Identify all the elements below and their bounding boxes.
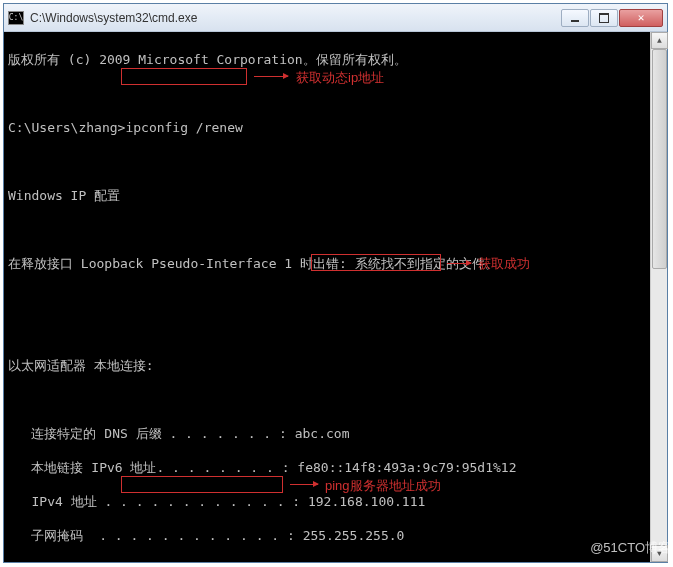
loopback-error: 在释放接口 Loopback Pseudo-Interface 1 时出错: 系…: [8, 255, 663, 272]
ipv4-value: 192.168.100.111: [308, 494, 425, 509]
close-button[interactable]: [619, 9, 663, 27]
prompt: C:\Users\zhang>: [8, 120, 125, 135]
arrow-icon: [254, 76, 288, 77]
titlebar[interactable]: C:\ C:\Windows\system32\cmd.exe: [4, 4, 667, 32]
terminal-output[interactable]: 版权所有 (c) 2009 Microsoft Corporation。保留所有…: [4, 32, 667, 562]
annotation-dynamic-ip: 获取动态ip地址: [296, 69, 384, 86]
ipv4-label: IPv4 地址 . . . . . . . . . . . . :: [8, 494, 308, 509]
ipconfig-header: Windows IP 配置: [8, 187, 663, 204]
scrollbar[interactable]: ▲ ▼: [650, 32, 667, 562]
scroll-thumb[interactable]: [652, 49, 667, 269]
highlight-ping: [121, 476, 283, 493]
dns-suffix-value: abc.com: [295, 426, 350, 441]
arrow-icon: [290, 484, 318, 485]
maximize-button[interactable]: [590, 9, 618, 27]
cmd-window: C:\ C:\Windows\system32\cmd.exe 版权所有 (c)…: [3, 3, 668, 563]
annotation-success: 获取成功: [478, 255, 530, 272]
ethernet-adapter-header: 以太网适配器 本地连接:: [8, 357, 663, 374]
mask-label: 子网掩码 . . . . . . . . . . . . :: [8, 528, 303, 543]
window-controls: [560, 9, 663, 27]
ipv6-value: fe80::14f8:493a:9c79:95d1%12: [297, 460, 516, 475]
command-text: ipconfig /renew: [125, 120, 242, 135]
annotation-ping-success: ping服务器地址成功: [325, 477, 441, 494]
window-title: C:\Windows\system32\cmd.exe: [30, 11, 560, 25]
scroll-up-button[interactable]: ▲: [651, 32, 668, 49]
highlight-ipconfig-renew: [121, 68, 247, 85]
dns-suffix-label: 连接特定的 DNS 后缀 . . . . . . . :: [8, 426, 295, 441]
cmd-icon: C:\: [8, 11, 24, 25]
copyright-line: 版权所有 (c) 2009 Microsoft Corporation。保留所有…: [8, 51, 663, 68]
minimize-button[interactable]: [561, 9, 589, 27]
arrow-icon: [447, 263, 471, 264]
mask-value: 255.255.255.0: [303, 528, 405, 543]
ipv6-label: 本地链接 IPv6 地址. . . . . . . . :: [8, 460, 297, 475]
watermark: @51CTO博客: [590, 539, 671, 557]
